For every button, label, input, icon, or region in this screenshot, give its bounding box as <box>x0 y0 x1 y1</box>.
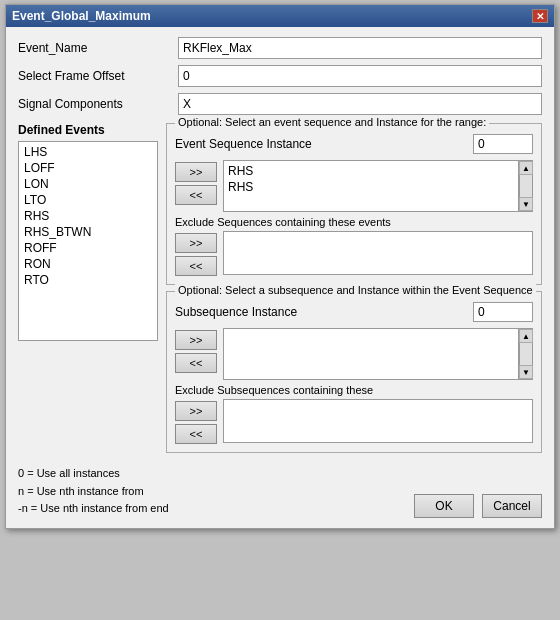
subsequence-scrollbar: ▲ ▼ <box>519 328 533 380</box>
subsequence-group-legend: Optional: Select a subsequence and Insta… <box>175 284 536 296</box>
event-name-label: Event_Name <box>18 41 178 55</box>
sequence-scroll-down[interactable]: ▼ <box>519 197 533 211</box>
sequence-group-legend: Optional: Select an event sequence and I… <box>175 116 489 128</box>
subsequence-instance-label: Subsequence Instance <box>175 305 473 319</box>
subsequence-add-remove-area: >> << ▲ ▼ <box>175 328 533 380</box>
right-panel: Optional: Select an event sequence and I… <box>166 123 542 453</box>
main-area: Defined Events LHSLOFFLONLTORHSRHS_BTWNR… <box>18 123 542 453</box>
sequence-list-box[interactable]: RHSRHS <box>223 160 519 212</box>
sequence-list-area: RHSRHS ▲ ▼ <box>223 160 533 212</box>
subsequence-scroll-up[interactable]: ▲ <box>519 329 533 343</box>
defined-event-item[interactable]: RHS_BTWN <box>21 224 155 240</box>
subsequence-excl-list-area <box>223 399 533 444</box>
frame-offset-input[interactable] <box>178 65 542 87</box>
ok-cancel-row: OK Cancel <box>414 494 542 518</box>
subsequence-excl-btn-col: >> << <box>175 399 217 444</box>
content-area: Event_Name Select Frame Offset Signal Co… <box>6 27 554 528</box>
subsequence-list-with-scroll: ▲ ▼ <box>223 328 533 380</box>
title-bar: Event_Global_Maximum ✕ <box>6 5 554 27</box>
sequence-excl-btn-col: >> << <box>175 231 217 276</box>
sequence-group-box: Optional: Select an event sequence and I… <box>166 123 542 285</box>
sequence-exclude-area: >> << <box>175 231 533 276</box>
subsequence-excl-add-button[interactable]: >> <box>175 401 217 421</box>
defined-event-item[interactable]: RHS <box>21 208 155 224</box>
sequence-list-item[interactable]: RHS <box>226 179 516 195</box>
sequence-scroll-up[interactable]: ▲ <box>519 161 533 175</box>
ok-button[interactable]: OK <box>414 494 474 518</box>
subsequence-scroll-track <box>520 343 532 365</box>
subsequence-exclude-area: >> << <box>175 399 533 444</box>
subsequence-excl-list-box[interactable] <box>223 399 533 443</box>
sequence-group-inner: Event Sequence Instance >> << RHSR <box>175 134 533 276</box>
subsequence-group-inner: Subsequence Instance >> << <box>175 302 533 444</box>
subsequence-exclude-label: Exclude Subsequences containing these <box>175 384 533 396</box>
defined-event-item[interactable]: LHS <box>21 144 155 160</box>
note-line1: 0 = Use all instances <box>18 465 169 483</box>
signal-components-input[interactable] <box>178 93 542 115</box>
subsequence-excl-remove-button[interactable]: << <box>175 424 217 444</box>
defined-event-item[interactable]: LON <box>21 176 155 192</box>
defined-event-item[interactable]: RON <box>21 256 155 272</box>
signal-components-label: Signal Components <box>18 97 178 111</box>
sequence-scrollbar: ▲ ▼ <box>519 160 533 212</box>
defined-event-item[interactable]: RTO <box>21 272 155 288</box>
cancel-button[interactable]: Cancel <box>482 494 542 518</box>
sequence-list-item[interactable]: RHS <box>226 163 516 179</box>
sequence-excl-remove-button[interactable]: << <box>175 256 217 276</box>
signal-components-row: Signal Components <box>18 93 542 115</box>
defined-event-item[interactable]: LOFF <box>21 160 155 176</box>
sequence-add-remove-area: >> << RHSRHS ▲ ▼ <box>175 160 533 212</box>
event-sequence-instance-label: Event Sequence Instance <box>175 137 473 151</box>
subsequence-group-box: Optional: Select a subsequence and Insta… <box>166 291 542 453</box>
sequence-add-button[interactable]: >> <box>175 162 217 182</box>
subsequence-add-button[interactable]: >> <box>175 330 217 350</box>
sequence-excl-list-area <box>223 231 533 276</box>
frame-offset-row: Select Frame Offset <box>18 65 542 87</box>
sequence-remove-button[interactable]: << <box>175 185 217 205</box>
sequence-exclude-label: Exclude Sequences containing these event… <box>175 216 533 228</box>
subsequence-list-area: ▲ ▼ <box>223 328 533 380</box>
defined-events-label: Defined Events <box>18 123 158 137</box>
event-sequence-instance-row: Event Sequence Instance <box>175 134 533 154</box>
event-name-row: Event_Name <box>18 37 542 59</box>
subsequence-instance-input[interactable] <box>473 302 533 322</box>
defined-event-item[interactable]: LTO <box>21 192 155 208</box>
sequence-excl-add-button[interactable]: >> <box>175 233 217 253</box>
subsequence-instance-row: Subsequence Instance <box>175 302 533 322</box>
subsequence-scroll-down[interactable]: ▼ <box>519 365 533 379</box>
sequence-excl-list-box[interactable] <box>223 231 533 275</box>
sequence-btn-col: >> << <box>175 160 217 212</box>
bottom-notes: 0 = Use all instances n = Use nth instan… <box>18 465 169 518</box>
defined-event-item[interactable]: ROFF <box>21 240 155 256</box>
close-button[interactable]: ✕ <box>532 9 548 23</box>
event-sequence-instance-input[interactable] <box>473 134 533 154</box>
sequence-scroll-track <box>520 175 532 197</box>
subsequence-btn-col: >> << <box>175 328 217 380</box>
subsequence-list-box[interactable] <box>223 328 519 380</box>
window-title: Event_Global_Maximum <box>12 9 151 23</box>
defined-events-panel: Defined Events LHSLOFFLONLTORHSRHS_BTWNR… <box>18 123 158 453</box>
sequence-list-with-scroll: RHSRHS ▲ ▼ <box>223 160 533 212</box>
main-window: Event_Global_Maximum ✕ Event_Name Select… <box>5 4 555 529</box>
note-line3: -n = Use nth instance from end <box>18 500 169 518</box>
defined-events-list[interactable]: LHSLOFFLONLTORHSRHS_BTWNROFFRONRTO <box>18 141 158 341</box>
frame-offset-label: Select Frame Offset <box>18 69 178 83</box>
event-name-input[interactable] <box>178 37 542 59</box>
note-line2: n = Use nth instance from <box>18 483 169 501</box>
subsequence-remove-button[interactable]: << <box>175 353 217 373</box>
